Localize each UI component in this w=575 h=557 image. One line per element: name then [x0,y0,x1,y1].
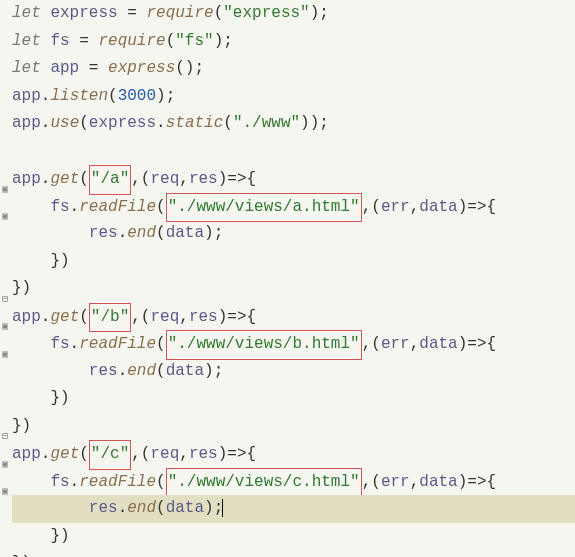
variable: fs [50,335,69,353]
fold-icon[interactable]: ⊟ [2,423,8,429]
punct: ,( [362,473,381,491]
function-call: readFile [79,473,156,491]
function-call: get [50,308,79,326]
code-line[interactable]: }) [12,523,575,551]
code-line-empty[interactable] [12,138,575,166]
variable: data [166,362,204,380]
paren: ( [156,198,166,216]
variable: express [89,114,156,132]
code-editor[interactable]: let express = require("express"); let fs… [0,0,575,557]
code-line[interactable]: ⊟}) [12,275,575,303]
arrow: )=>{ [218,445,256,463]
arrow: )=>{ [458,335,496,353]
arrow: )=>{ [218,308,256,326]
code-line-active[interactable]: res.end(data); [12,495,575,523]
paren: ( [156,473,166,491]
fold-icon[interactable]: ▣ [2,451,8,457]
paren: )); [300,114,329,132]
variable: res [89,499,118,517]
code-line[interactable]: let fs = require("fs"); [12,28,575,56]
dot: . [41,87,51,105]
code-line[interactable]: ⊟}) [12,550,575,557]
indent [12,499,89,517]
string: "./www/views/a.html" [168,198,360,216]
string: "/c" [91,445,129,463]
paren: ); [310,4,329,22]
paren: ); [204,224,223,242]
function-call: use [50,114,79,132]
param: req [150,170,179,188]
param: req [150,308,179,326]
variable: fs [41,32,79,50]
code-line[interactable]: ▣ fs.readFile("./www/views/c.html",(err,… [12,468,575,496]
param: res [189,170,218,188]
code-line[interactable]: ▣app.get("/b",(req,res)=>{ [12,303,575,331]
comma: , [179,445,189,463]
highlight-box: "./www/views/b.html" [166,330,362,360]
function-call: get [50,170,79,188]
comma: , [179,170,189,188]
code-line[interactable]: res.end(data); [12,358,575,386]
function-call: require [98,32,165,50]
punct: ,( [362,335,381,353]
code-line[interactable]: ▣app.get("/c",(req,res)=>{ [12,440,575,468]
code-line[interactable]: }) [12,385,575,413]
code-line[interactable]: }) [12,248,575,276]
param: data [419,473,457,491]
variable: app [12,170,41,188]
highlight-box: "/b" [89,303,131,333]
variable: res [89,224,118,242]
code-line[interactable]: ▣ fs.readFile("./www/views/a.html",(err,… [12,193,575,221]
param: res [189,445,218,463]
indent [12,362,89,380]
code-line[interactable]: ⊟}) [12,413,575,441]
paren: ( [156,499,166,517]
punct: ,( [362,198,381,216]
fold-icon[interactable]: ▣ [2,176,8,182]
fold-icon[interactable]: ▣ [2,341,8,347]
paren: ); [214,32,233,50]
operator: = [127,4,146,22]
paren: ( [108,87,118,105]
highlight-box: "./www/views/c.html" [166,468,362,498]
string: "./www/views/b.html" [168,335,360,353]
function-call: readFile [79,335,156,353]
code-line[interactable]: ▣ fs.readFile("./www/views/b.html",(err,… [12,330,575,358]
number: 3000 [118,87,156,105]
code-line[interactable]: app.use(express.static("./www")); [12,110,575,138]
brace: }) [50,389,69,407]
string: "express" [223,4,309,22]
code-line[interactable]: let app = express(); [12,55,575,83]
code-line[interactable]: let express = require("express"); [12,0,575,28]
punct: ,( [131,308,150,326]
operator: = [79,32,98,50]
paren: ( [214,4,224,22]
indent [12,224,89,242]
fold-icon[interactable]: ▣ [2,203,8,209]
punct: ,( [131,445,150,463]
dot: . [41,170,51,188]
indent [12,335,50,353]
param: data [419,335,457,353]
highlight-box: "/a" [89,165,131,195]
code-line[interactable]: app.listen(3000); [12,83,575,111]
code-line[interactable]: ▣app.get("/a",(req,res)=>{ [12,165,575,193]
function-call: static [166,114,224,132]
code-line[interactable]: res.end(data); [12,220,575,248]
paren: ( [223,114,233,132]
variable: data [166,499,204,517]
indent [12,389,50,407]
variable: app [12,445,41,463]
paren: ( [79,170,89,188]
dot: . [41,445,51,463]
text-cursor [222,499,223,517]
function-call: end [127,362,156,380]
param: err [381,335,410,353]
fold-icon[interactable]: ⊟ [2,286,8,292]
fold-icon[interactable]: ▣ [2,313,8,319]
variable: express [41,4,127,22]
comma: , [410,473,420,491]
paren: ( [156,224,166,242]
fold-icon[interactable]: ▣ [2,478,8,484]
paren: ( [79,308,89,326]
